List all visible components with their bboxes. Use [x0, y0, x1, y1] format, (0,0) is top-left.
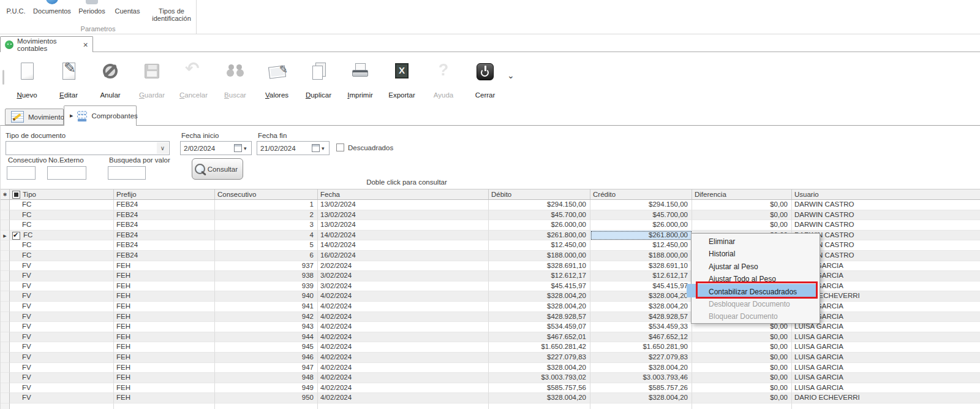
cell-prefijo[interactable]: FEB24 — [114, 251, 215, 261]
cell-consecutivo[interactable]: 941 — [215, 302, 318, 312]
row-selector[interactable] — [1, 200, 10, 210]
cell-debito[interactable]: $328.004,20 — [489, 363, 590, 373]
cell-prefijo[interactable]: FEH — [114, 353, 215, 363]
cell-consecutivo[interactable]: 944 — [215, 332, 318, 343]
column-header-usuario[interactable]: Usuario — [792, 189, 980, 199]
cell-prefijo[interactable]: FEH — [114, 302, 215, 312]
cell-debito[interactable]: $26.000,00 — [489, 220, 590, 231]
toolbar-button-exportar[interactable]: Exportar — [381, 53, 423, 101]
cell-prefijo[interactable]: FEB24 — [114, 240, 215, 251]
toolbar-button-imprimir[interactable]: Imprimir — [339, 53, 381, 101]
cell-usuario[interactable]: DARIO ECHEVERRI — [792, 393, 980, 403]
toolbar-button-valores[interactable]: Valores — [256, 53, 298, 101]
cell-fecha[interactable]: 4/02/2024 — [318, 363, 489, 373]
cell-fecha[interactable]: 4/02/2024 — [318, 353, 489, 363]
cell-credito[interactable]: $227.079,83 — [590, 353, 692, 363]
cell-prefijo[interactable]: FEH — [114, 383, 215, 394]
select-all-checkbox[interactable] — [12, 191, 20, 199]
row-selector[interactable] — [1, 240, 10, 251]
cell-credito[interactable]: $328.004,20 — [590, 363, 692, 373]
cell-prefijo[interactable]: FEH — [114, 373, 215, 383]
row-selector[interactable] — [1, 210, 10, 221]
cell-usuario[interactable]: LUISA GARCIA — [792, 271, 980, 281]
cell-consecutivo[interactable]: 938 — [215, 271, 318, 281]
cell-credito[interactable]: $585.757,26 — [590, 383, 692, 394]
cell-consecutivo[interactable]: 6 — [215, 251, 318, 261]
cell-diferencia[interactable]: $0,00 — [692, 353, 792, 363]
cell-consecutivo[interactable]: 943 — [215, 322, 318, 332]
cell-tipo[interactable]: FV — [10, 332, 114, 343]
cell-fecha[interactable]: 4/02/2024 — [318, 322, 489, 332]
cell-debito[interactable]: $294.150,00 — [489, 200, 590, 210]
cell-diferencia[interactable]: $0,00 — [692, 383, 792, 394]
cell-tipo[interactable]: FV — [10, 261, 114, 272]
cell-usuario[interactable]: LUISA GARCIA — [792, 281, 980, 292]
tab-close-icon[interactable]: ✕ — [83, 41, 88, 48]
cell-prefijo[interactable]: FEB24 — [114, 210, 215, 221]
cell-tipo[interactable]: FV — [10, 342, 114, 353]
row-selector[interactable] — [1, 393, 10, 403]
ribbon-item-tipos-de-identificacion[interactable]: Tipos de identificación — [145, 0, 198, 22]
cell-credito[interactable]: $12.450,00 — [590, 240, 692, 251]
row-selector[interactable] — [1, 312, 10, 323]
cell-credito[interactable]: $294.150,00 — [590, 200, 692, 210]
cell-tipo[interactable]: FC — [10, 220, 114, 231]
ribbon-item-documentos[interactable]: Documentos — [30, 0, 74, 22]
cell-credito[interactable]: $328.004,20 — [590, 393, 692, 403]
cell-credito[interactable]: $45.700,00 — [590, 210, 692, 221]
cell-fecha[interactable]: 4/02/2024 — [318, 302, 489, 312]
cell-usuario[interactable]: LUISA GARCIA — [792, 261, 980, 272]
cell-usuario[interactable]: LUISA GARCIA — [792, 353, 980, 363]
cell-consecutivo[interactable]: 2 — [215, 210, 318, 221]
ribbon-item-periodos[interactable]: Periodos — [74, 0, 110, 22]
cell-debito[interactable]: $328.004,20 — [489, 393, 590, 403]
cell-debito[interactable]: $585.757,56 — [489, 383, 590, 394]
cell-prefijo[interactable]: FEH — [114, 281, 215, 292]
column-header-fecha[interactable]: Fecha — [318, 189, 489, 199]
cell-debito[interactable]: $428.928,57 — [489, 312, 590, 323]
cell-tipo[interactable]: FV — [10, 281, 114, 292]
cell-consecutivo[interactable]: 937 — [215, 261, 318, 272]
subtab-movimientos[interactable]: Movimientos — [5, 109, 64, 125]
cell-credito[interactable]: $428.928,57 — [590, 312, 692, 323]
cell-fecha[interactable]: 14/02/2024 — [318, 240, 489, 251]
row-selector[interactable] — [1, 261, 10, 272]
cell-fecha[interactable]: 13/02/2024 — [318, 210, 489, 221]
cell-prefijo[interactable]: FEH — [114, 332, 215, 343]
cell-debito[interactable]: $45.415,97 — [489, 281, 590, 292]
row-selector[interactable] — [1, 363, 10, 373]
cell-tipo[interactable]: FV — [10, 291, 114, 302]
cell-credito[interactable]: $12.612,17 — [590, 271, 692, 281]
cell-usuario[interactable]: DARWIN CASTRO — [792, 231, 980, 241]
context-menu-item-ajustar-al-peso[interactable]: Ajustar al Peso — [692, 261, 820, 273]
cell-fecha[interactable]: 2/02/2024 — [318, 261, 489, 272]
cell-usuario[interactable]: LUISA GARCIA — [792, 312, 980, 323]
cell-tipo[interactable]: FV — [10, 383, 114, 394]
cell-diferencia[interactable]: $0,00 — [692, 363, 792, 373]
subtab-comprobantes[interactable]: ▶ Comprobantes — [64, 105, 137, 126]
cell-tipo[interactable]: FV — [10, 393, 114, 403]
column-header-consecutivo[interactable]: Consecutivo — [215, 189, 318, 199]
cell-prefijo[interactable]: FEH — [114, 363, 215, 373]
cell-consecutivo[interactable]: 1 — [215, 200, 318, 210]
cell-usuario[interactable]: LUISA GARCIA — [792, 373, 980, 383]
cell-prefijo[interactable]: FEH — [114, 322, 215, 332]
cell-credito[interactable]: $328.691,10 — [590, 261, 692, 272]
cell-prefijo[interactable]: FEB24 — [114, 231, 215, 241]
cell-diferencia[interactable]: $0,00 — [692, 210, 792, 221]
cell-credito[interactable]: $3.003.793,46 — [590, 373, 692, 383]
cell-prefijo[interactable]: FEH — [114, 271, 215, 281]
cell-usuario[interactable]: DARWIN CASTRO — [792, 200, 980, 210]
cell-credito[interactable]: $1.650.281,90 — [590, 342, 692, 353]
cell-fecha[interactable]: 13/02/2024 — [318, 220, 489, 231]
toolbar-button-cerrar[interactable]: Cerrar — [464, 53, 506, 101]
cell-fecha[interactable]: 4/02/2024 — [318, 312, 489, 323]
toolbar-grip[interactable] — [2, 70, 4, 85]
cell-credito[interactable]: $26.000,00 — [590, 220, 692, 231]
row-selector[interactable] — [1, 281, 10, 292]
cell-fecha[interactable]: 13/02/2024 — [318, 200, 489, 210]
cell-prefijo[interactable]: FEH — [114, 342, 215, 353]
context-menu-item-eliminar[interactable]: Eliminar — [692, 235, 820, 248]
cell-usuario[interactable]: LUISA GARCIA — [792, 332, 980, 343]
cell-usuario[interactable]: LUISA GARCIA — [792, 302, 980, 312]
